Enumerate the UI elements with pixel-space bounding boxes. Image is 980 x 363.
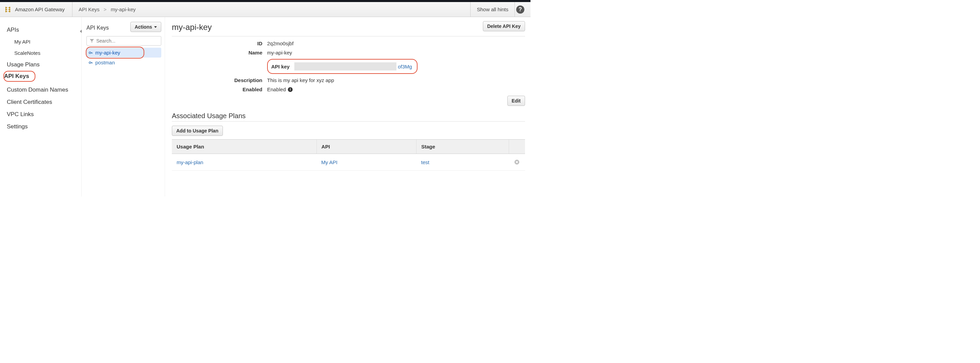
field-value-name: my-api-key xyxy=(267,50,292,56)
api-key-tail[interactable]: of3Mg xyxy=(398,64,412,69)
field-value-description: This is my api key for xyz app xyxy=(267,77,334,83)
info-icon[interactable]: i xyxy=(288,87,293,92)
key-icon xyxy=(89,50,93,55)
field-label-description: Description xyxy=(172,77,267,83)
breadcrumb-current: my-api-key xyxy=(111,6,135,12)
cell-api[interactable]: My API xyxy=(321,159,337,165)
show-all-hints[interactable]: Show all hints xyxy=(471,6,514,12)
search-input[interactable] xyxy=(96,38,158,43)
service-name: Amazon API Gateway xyxy=(15,6,65,12)
usage-plans-table: Usage Plan API Stage my-api-plan My API … xyxy=(172,139,525,171)
svg-point-3 xyxy=(89,62,91,63)
sidebar-item-client-certificates[interactable]: Client Certificates xyxy=(0,96,81,108)
sidebar-item-scalenotes[interactable]: ScaleNotes xyxy=(0,47,81,59)
svg-marker-0 xyxy=(80,30,82,33)
svg-marker-1 xyxy=(90,39,94,43)
api-key-masked xyxy=(294,62,396,70)
sidebar-item-custom-domains[interactable]: Custom Domain Names xyxy=(0,84,81,96)
actions-label: Actions xyxy=(135,24,152,30)
detail-panel: my-api-key Delete API Key ID 2q2mo0sjbf … xyxy=(165,17,530,197)
highlight-api-keys: API Keys xyxy=(3,71,35,82)
sidebar-item-vpc-links[interactable]: VPC Links xyxy=(0,108,81,120)
cell-stage[interactable]: test xyxy=(421,159,430,165)
panel-title: API Keys xyxy=(86,23,127,31)
filter-icon xyxy=(89,38,94,43)
add-to-usage-plan-button[interactable]: Add to Usage Plan xyxy=(172,126,223,136)
delete-api-key-button[interactable]: Delete API Key xyxy=(483,21,525,31)
field-label-id: ID xyxy=(172,40,267,46)
divider xyxy=(172,36,525,37)
api-key-item[interactable]: my-api-key xyxy=(86,48,161,58)
field-label-enabled: Enabled xyxy=(172,86,267,92)
svg-point-2 xyxy=(89,52,91,53)
section-title-usage-plans: Associated Usage Plans xyxy=(172,112,525,120)
highlight-api-key: API key of3Mg xyxy=(267,59,417,74)
remove-row-icon[interactable] xyxy=(514,159,520,165)
edit-button[interactable]: Edit xyxy=(508,96,525,106)
col-stage[interactable]: Stage xyxy=(417,140,509,154)
field-label-name: Name xyxy=(172,50,267,56)
breadcrumb-sep: > xyxy=(104,6,107,12)
api-keys-panel: API Keys Actions my-api-key xyxy=(82,17,165,197)
search-input-wrap[interactable] xyxy=(86,36,161,46)
collapse-handle-icon[interactable] xyxy=(79,28,83,35)
sidebar: APIs My API ScaleNotes Usage Plans API K… xyxy=(0,17,82,197)
sidebar-item-my-api[interactable]: My API xyxy=(0,36,81,47)
actions-button[interactable]: Actions xyxy=(130,22,161,32)
divider xyxy=(514,2,515,17)
breadcrumb-root[interactable]: API Keys xyxy=(79,6,100,12)
api-key-item[interactable]: postman xyxy=(86,58,161,67)
field-value-id: 2q2mo0sjbf xyxy=(267,40,294,46)
field-value-enabled: Enabled xyxy=(267,86,286,92)
col-actions xyxy=(509,140,525,154)
aws-service-icon xyxy=(4,6,11,13)
api-key-list: my-api-key postman xyxy=(86,48,161,67)
page-title: my-api-key xyxy=(172,21,212,35)
service-brand[interactable]: Amazon API Gateway xyxy=(4,6,72,13)
breadcrumb: API Keys > my-api-key xyxy=(73,6,136,12)
key-icon xyxy=(89,60,93,65)
sidebar-item-api-keys[interactable]: API Keys xyxy=(4,73,30,80)
table-row: my-api-plan My API test xyxy=(172,154,525,171)
api-key-name: my-api-key xyxy=(95,50,120,56)
cell-usage-plan[interactable]: my-api-plan xyxy=(177,159,203,165)
header-bar: Amazon API Gateway API Keys > my-api-key… xyxy=(0,2,530,17)
divider xyxy=(172,121,525,122)
caret-down-icon xyxy=(154,26,157,28)
col-usage-plan[interactable]: Usage Plan xyxy=(172,140,317,154)
field-label-apikey: API key xyxy=(271,64,294,69)
api-key-name: postman xyxy=(95,59,115,66)
sidebar-item-apis[interactable]: APIs xyxy=(0,24,81,36)
sidebar-item-usage-plans[interactable]: Usage Plans xyxy=(0,59,81,71)
sidebar-item-settings[interactable]: Settings xyxy=(0,120,81,133)
help-icon[interactable]: ? xyxy=(516,5,524,14)
col-api[interactable]: API xyxy=(317,140,416,154)
